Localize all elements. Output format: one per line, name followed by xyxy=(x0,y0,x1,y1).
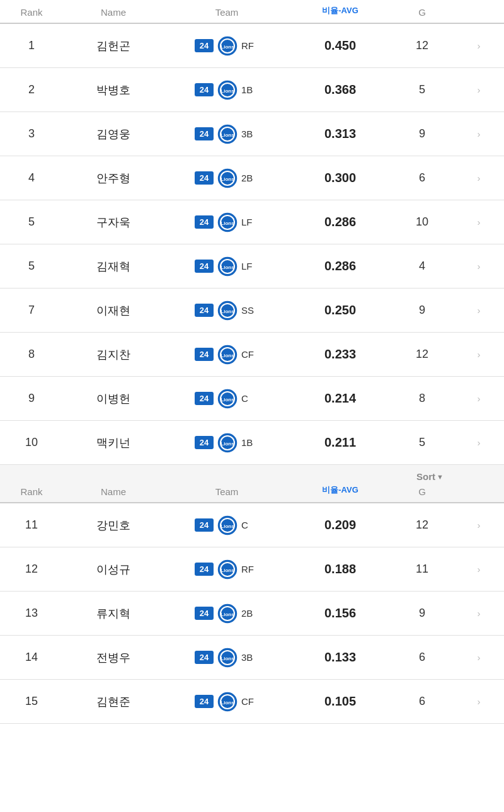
table-row: 7 이재현 24 Lions SS 0.250 9 › xyxy=(0,289,504,333)
cell-team: 24 Lions 2B xyxy=(164,602,290,625)
team-position: LF xyxy=(241,217,259,227)
cell-extra: › xyxy=(454,217,504,227)
header2-avg-wrapper: 비율-AVG xyxy=(290,484,391,497)
cell-team: 24 Lions 1B xyxy=(164,432,290,454)
sort-bar: Sort ▼ xyxy=(0,465,504,482)
cell-rank: 5 xyxy=(0,260,63,273)
team-logo: Lions xyxy=(216,387,239,410)
team-logo: Lions xyxy=(216,602,239,625)
cell-extra: › xyxy=(454,520,504,530)
team-logo: Lions xyxy=(216,432,239,454)
sort-label: Sort xyxy=(416,471,435,482)
svg-text:Lions: Lions xyxy=(220,397,234,403)
team-logo: Lions xyxy=(216,255,239,278)
team-logo: Lions xyxy=(216,690,239,713)
cell-g: 8 xyxy=(391,392,454,405)
header2-team: Team xyxy=(164,486,290,497)
cell-g: 12 xyxy=(391,39,454,52)
team-position: RF xyxy=(241,40,259,51)
cell-extra: › xyxy=(454,437,504,448)
svg-text:Lions: Lions xyxy=(220,309,234,314)
cell-g: 11 xyxy=(391,563,454,576)
team-logo: Lions xyxy=(216,35,239,57)
svg-text:Lions: Lions xyxy=(220,700,234,706)
header2-avg-label: 비율-AVG xyxy=(322,484,358,496)
cell-name: 맥키넌 xyxy=(63,435,164,450)
cell-avg: 0.188 xyxy=(290,562,391,576)
team-number: 24 xyxy=(195,518,214,532)
cell-team: 24 Lions RF xyxy=(164,558,290,581)
table-row: 5 김재혁 24 Lions LF 0.286 4 › xyxy=(0,244,504,289)
team-logo: Lions xyxy=(216,123,239,146)
sort-arrow-icon: ▼ xyxy=(437,473,444,481)
cell-name: 김영웅 xyxy=(63,127,164,142)
cell-g: 9 xyxy=(391,304,454,317)
team-number: 24 xyxy=(195,348,214,361)
svg-text:Lions: Lions xyxy=(220,568,234,573)
sort-button[interactable]: Sort ▼ xyxy=(416,471,494,482)
svg-text:Lions: Lions xyxy=(220,612,234,617)
cell-team: 24 Lions 3B xyxy=(164,123,290,146)
team-number: 24 xyxy=(195,695,214,708)
header-g: G xyxy=(391,7,454,18)
cell-rank: 2 xyxy=(0,83,63,96)
table-row: 3 김영웅 24 Lions 3B 0.313 9 › xyxy=(0,112,504,156)
cell-avg: 0.156 xyxy=(290,606,391,620)
cell-team: 24 Lions C xyxy=(164,514,290,537)
cell-g: 12 xyxy=(391,518,454,532)
header2-g: G xyxy=(391,486,454,497)
team-position: 1B xyxy=(241,84,259,95)
cell-team: 24 Lions C xyxy=(164,387,290,410)
cell-avg: 0.209 xyxy=(290,518,391,532)
cell-g: 9 xyxy=(391,607,454,620)
team-number: 24 xyxy=(195,83,214,96)
cell-name: 김헌곤 xyxy=(63,38,164,54)
top-rows-container: 1 김헌곤 24 Lions RF 0.450 12 › 2 박병호 24 xyxy=(0,24,504,465)
cell-avg: 0.300 xyxy=(290,171,391,185)
table-row: 2 박병호 24 Lions 1B 0.368 5 › xyxy=(0,68,504,112)
cell-avg: 0.214 xyxy=(290,391,391,406)
team-logo: Lions xyxy=(216,558,239,581)
table-row: 8 김지찬 24 Lions CF 0.233 12 › xyxy=(0,333,504,377)
cell-g: 9 xyxy=(391,127,454,140)
cell-avg: 0.250 xyxy=(290,303,391,317)
team-number: 24 xyxy=(195,392,214,405)
table-row: 9 이병헌 24 Lions C 0.214 8 › xyxy=(0,377,504,421)
team-position: RF xyxy=(241,564,259,575)
cell-team: 24 Lions SS xyxy=(164,299,290,322)
bottom-rows-container: 11 강민호 24 Lions C 0.209 12 › 12 이성규 24 xyxy=(0,503,504,724)
team-logo: Lions xyxy=(216,79,239,101)
team-position: 3B xyxy=(241,652,259,663)
cell-rank: 11 xyxy=(0,518,63,532)
cell-team: 24 Lions CF xyxy=(164,343,290,366)
team-position: LF xyxy=(241,261,259,272)
cell-extra: › xyxy=(454,564,504,575)
cell-g: 4 xyxy=(391,260,454,273)
cell-g: 12 xyxy=(391,348,454,361)
cell-avg: 0.286 xyxy=(290,215,391,229)
cell-name: 김재혁 xyxy=(63,259,164,274)
svg-text:Lions: Lions xyxy=(220,88,234,94)
cell-rank: 9 xyxy=(0,392,63,405)
header-avg-wrapper: 비율-AVG xyxy=(290,5,391,18)
cell-team: 24 Lions 1B xyxy=(164,79,290,101)
cell-extra: › xyxy=(454,129,504,139)
team-logo: Lions xyxy=(216,167,239,190)
svg-text:Lions: Lions xyxy=(220,523,234,529)
team-number: 24 xyxy=(195,215,214,229)
cell-avg: 0.133 xyxy=(290,650,391,665)
team-number: 24 xyxy=(195,304,214,317)
team-position: 3B xyxy=(241,129,259,139)
cell-extra: › xyxy=(454,393,504,404)
cell-team: 24 Lions LF xyxy=(164,211,290,234)
cell-g: 6 xyxy=(391,651,454,664)
table-row: 12 이성규 24 Lions RF 0.188 11 › xyxy=(0,547,504,592)
team-position: C xyxy=(241,393,259,404)
cell-avg: 0.105 xyxy=(290,694,391,709)
cell-name: 김현준 xyxy=(63,694,164,709)
cell-extra: › xyxy=(454,40,504,51)
svg-text:Lions: Lions xyxy=(220,441,234,447)
table-row: 14 전병우 24 Lions 3B 0.133 6 › xyxy=(0,636,504,680)
table-row: 15 김현준 24 Lions CF 0.105 6 › xyxy=(0,680,504,724)
team-position: SS xyxy=(241,305,259,316)
